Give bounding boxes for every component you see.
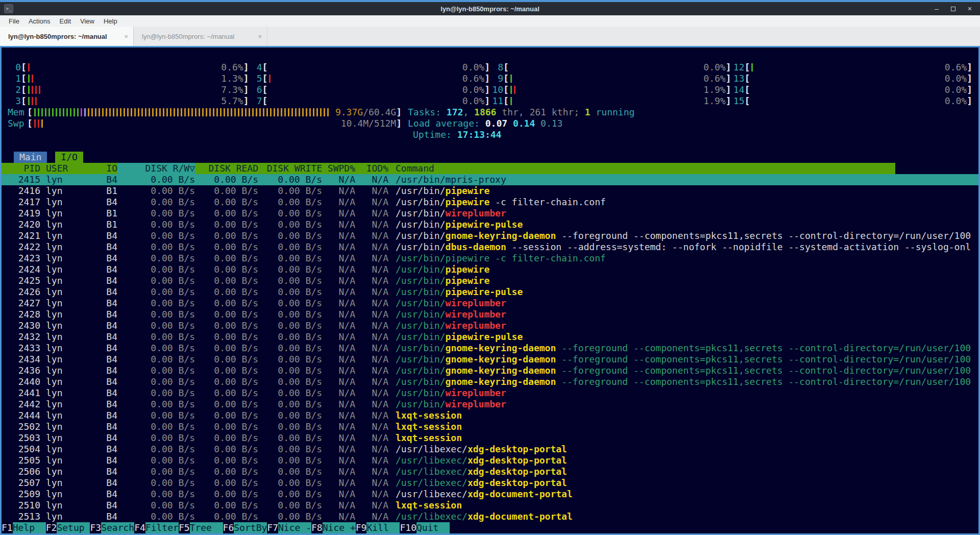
cpu-meter-9: 9[0.6%] <box>490 73 731 84</box>
terminal-app-icon: >_ <box>4 4 13 13</box>
process-row[interactable]: 2419lynB10.00 B/s0.00 B/s0.00 B/sN/AN/A/… <box>2 208 978 219</box>
fnkey-tree[interactable]: F5Tree <box>179 522 223 533</box>
tab-close-icon[interactable]: × <box>254 33 262 40</box>
fnkey-nice-[interactable]: F8Nice + <box>311 522 356 533</box>
maximize-button[interactable] <box>951 5 955 12</box>
process-command: /usr/bin/pipewire -c filter-chain.conf <box>388 197 978 208</box>
cpu-meter-row: 2[7.3%]6[0.0%]10[1.9%]14[0.0%] <box>2 84 978 95</box>
column-header-iod-[interactable]: IOD% <box>355 163 388 174</box>
process-row[interactable]: 2420lynB10.00 B/s0.00 B/s0.00 B/sN/AN/A/… <box>2 219 978 230</box>
process-row[interactable]: 2423lynB40.00 B/s0.00 B/s0.00 B/sN/AN/A/… <box>2 253 978 264</box>
meter-bars <box>28 97 37 105</box>
process-row[interactable]: 2444lynB40.00 B/s0.00 B/s0.00 B/sN/AN/Al… <box>2 410 978 421</box>
titlebar[interactable]: >_ lyn@lyn-b850mprors: ~/manual – × <box>0 2 980 15</box>
process-row[interactable]: 2507lynB40.00 B/s0.00 B/s0.00 B/sN/AN/A/… <box>2 477 978 489</box>
fnkey-filter[interactable]: F4Filter <box>134 522 179 533</box>
terminal-tab-inactive[interactable]: lyn@lyn-b850mprors: ~/manual × <box>134 27 267 46</box>
fnkey-nice-[interactable]: F7Nice - <box>267 522 311 533</box>
htop-tab-io[interactable]: I/O <box>55 152 83 163</box>
menu-file[interactable]: File <box>4 17 24 25</box>
minimize-button[interactable]: – <box>935 5 939 12</box>
fnkey-search[interactable]: F3Search <box>90 522 134 533</box>
fnkey-sortby[interactable]: F6SortBy <box>223 522 267 533</box>
fnkey-setup[interactable]: F2Setup <box>46 522 90 533</box>
menu-edit[interactable]: Edit <box>55 17 76 25</box>
htop-tab-main[interactable]: Main <box>14 152 47 163</box>
process-row[interactable]: 2510lynB40.00 B/s0.00 B/s0.00 B/sN/AN/Al… <box>2 500 978 511</box>
cpu-meter-12: 12[0.6%] <box>731 62 973 73</box>
meter-bars <box>269 75 271 83</box>
process-command: /usr/libexec/xdg-document-portal <box>388 489 978 500</box>
process-row[interactable]: 2434lynB40.00 B/s0.00 B/s0.00 B/sN/AN/A/… <box>2 354 978 365</box>
process-row[interactable]: 2503lynB40.00 B/s0.00 B/s0.00 B/sN/AN/Al… <box>2 432 978 444</box>
process-row[interactable]: 2428lynB40.00 B/s0.00 B/s0.00 B/sN/AN/A/… <box>2 309 978 320</box>
process-row[interactable]: 2509lynB40.00 B/s0.00 B/s0.00 B/sN/AN/A/… <box>2 489 978 500</box>
column-header-io[interactable]: IO <box>90 163 117 174</box>
cpu-meter-1: 1[1.3%] <box>8 73 249 84</box>
process-row[interactable]: 2422lynB40.00 B/s0.00 B/s0.00 B/sN/AN/A/… <box>2 241 978 253</box>
column-header-command[interactable]: Command <box>388 163 895 174</box>
process-row[interactable]: 2504lynB40.00 B/s0.00 B/s0.00 B/sN/AN/A/… <box>2 444 978 455</box>
column-header-disk-read[interactable]: DISK READ <box>195 163 258 174</box>
function-key-bar: F1Help F2Setup F3SearchF4FilterF5Tree F6… <box>2 522 978 533</box>
terminal-tab-active[interactable]: lyn@lyn-b850mprors: ~/manual × <box>0 27 134 46</box>
process-row[interactable]: 2426lynB40.00 B/s0.00 B/s0.00 B/sN/AN/A/… <box>2 286 978 298</box>
tab-close-icon[interactable]: × <box>120 33 128 40</box>
cpu-meter-7: 7[0.0%] <box>249 95 491 107</box>
terminal-screen[interactable]: 0[0.6%]4[0.0%]8[0.0%]12[0.6%]1[1.3%]5[0.… <box>0 46 980 535</box>
tab-label: lyn@lyn-b850mprors: ~/manual <box>142 33 234 40</box>
menu-actions[interactable]: Actions <box>24 17 55 25</box>
process-row[interactable]: 2505lynB40.00 B/s0.00 B/s0.00 B/sN/AN/A/… <box>2 455 978 466</box>
process-command: lxqt-session <box>388 500 978 511</box>
load-average-line: Load average: 0.07 0.14 0.13 <box>402 118 972 129</box>
memory-meter: Mem[9.37G/60.4G] <box>8 107 402 118</box>
process-row[interactable]: 2441lynB40.00 B/s0.00 B/s0.00 B/sN/AN/A/… <box>2 387 978 399</box>
cpu-meter-8: 8[0.0%] <box>490 62 731 73</box>
process-command: /usr/bin/mpris-proxy <box>388 174 978 185</box>
fnkey-quit[interactable]: F10Quit <box>400 522 450 533</box>
process-command: /usr/bin/dbus-daemon --session --address… <box>388 241 978 253</box>
process-row[interactable]: 2513lynB40.00 B/s0.00 B/s0.00 B/sN/AN/A/… <box>2 511 978 522</box>
meter-bars <box>28 75 33 83</box>
column-header-disk-r-w-[interactable]: DISK R/W▽ <box>117 163 195 174</box>
terminal-tab-bar: lyn@lyn-b850mprors: ~/manual × lyn@lyn-b… <box>0 27 980 46</box>
meter-bars <box>28 86 40 94</box>
process-row[interactable]: 2425lynB40.00 B/s0.00 B/s0.00 B/sN/AN/A/… <box>2 275 978 286</box>
cpu-meter-3: 3[5.7%] <box>8 95 249 107</box>
process-row[interactable]: 2440lynB40.00 B/s0.00 B/s0.00 B/sN/AN/A/… <box>2 376 978 387</box>
process-row[interactable]: 2415lynB40.00 B/s0.00 B/s0.00 B/sN/AN/A/… <box>2 174 978 185</box>
process-table-header: PIDUSERIODISK R/W▽DISK READDISK WRITESWP… <box>2 163 895 174</box>
process-command: /usr/bin/wireplumber <box>388 298 978 309</box>
cpu-meter-10: 10[1.9%] <box>490 84 731 95</box>
menu-help[interactable]: Help <box>99 17 122 25</box>
process-row[interactable]: 2430lynB40.00 B/s0.00 B/s0.00 B/sN/AN/A/… <box>2 320 978 331</box>
column-header-user[interactable]: USER <box>40 163 90 174</box>
process-row[interactable]: 2502lynB40.00 B/s0.00 B/s0.00 B/sN/AN/Al… <box>2 421 978 432</box>
meter-bars <box>34 108 329 116</box>
process-row[interactable]: 2424lynB40.00 B/s0.00 B/s0.00 B/sN/AN/A/… <box>2 264 978 275</box>
column-header-disk-write[interactable]: DISK WRITE <box>258 163 322 174</box>
process-row[interactable]: 2427lynB40.00 B/s0.00 B/s0.00 B/sN/AN/A/… <box>2 298 978 309</box>
process-row[interactable]: 2433lynB40.00 B/s0.00 B/s0.00 B/sN/AN/A/… <box>2 343 978 354</box>
process-row[interactable]: 2432lynB40.00 B/s0.00 B/s0.00 B/sN/AN/A/… <box>2 331 978 343</box>
close-button[interactable]: × <box>968 5 972 12</box>
process-command: /usr/bin/pipewire <box>388 275 978 286</box>
process-row[interactable]: 2416lynB10.00 B/s0.00 B/s0.00 B/sN/AN/A/… <box>2 185 978 197</box>
process-row[interactable]: 2442lynB40.00 B/s0.00 B/s0.00 B/sN/AN/A/… <box>2 399 978 410</box>
process-command: /usr/bin/pipewire-pulse <box>388 286 978 298</box>
fnkey-help[interactable]: F1Help <box>2 522 46 533</box>
htop-screen-tabs: Main I/O <box>2 152 978 163</box>
cpu-meter-row: 1[1.3%]5[0.6%]9[0.6%]13[0.0%] <box>2 73 978 84</box>
process-command: /usr/libexec/xdg-desktop-portal <box>388 444 978 455</box>
process-row[interactable]: 2417lynB40.00 B/s0.00 B/s0.00 B/sN/AN/A/… <box>2 197 978 208</box>
process-table: 2415lynB40.00 B/s0.00 B/s0.00 B/sN/AN/A/… <box>2 174 978 522</box>
tab-label: lyn@lyn-b850mprors: ~/manual <box>8 33 107 40</box>
column-header-pid[interactable]: PID <box>2 163 40 174</box>
process-row[interactable]: 2506lynB40.00 B/s0.00 B/s0.00 B/sN/AN/A/… <box>2 466 978 477</box>
process-command: /usr/libexec/xdg-desktop-portal <box>388 455 978 466</box>
column-header-swpd-[interactable]: SWPD% <box>322 163 355 174</box>
fnkey-kill[interactable]: F9Kill <box>356 522 400 533</box>
process-row[interactable]: 2421lynB40.00 B/s0.00 B/s0.00 B/sN/AN/A/… <box>2 230 978 241</box>
menu-view[interactable]: View <box>76 17 99 25</box>
process-row[interactable]: 2436lynB40.00 B/s0.00 B/s0.00 B/sN/AN/A/… <box>2 365 978 376</box>
